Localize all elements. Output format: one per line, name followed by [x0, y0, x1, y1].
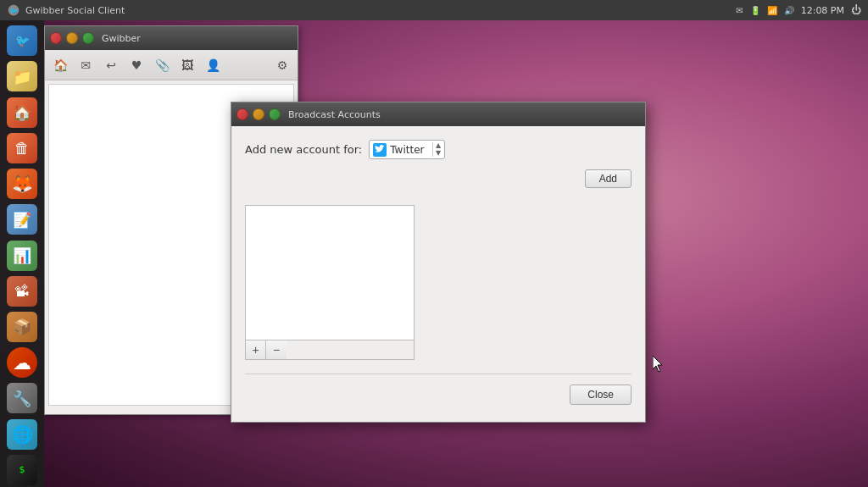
launcher-item-calc[interactable]: 📊	[3, 238, 41, 272]
dialog-separator	[245, 374, 632, 374]
settings-icon: 🔧	[7, 383, 37, 413]
dialog-title: Broadcast Accounts	[288, 109, 381, 120]
clock: 12:08 PM	[801, 5, 844, 16]
select-arrows: ▲ ▼	[432, 142, 441, 157]
home-icon: 🏠	[7, 97, 37, 128]
svg-text:🐦: 🐦	[9, 6, 19, 16]
toolbar-home[interactable]: 🏠	[48, 53, 72, 77]
firefox-icon: 🦊	[7, 169, 37, 199]
launcher-item-terminal[interactable]: $	[3, 453, 41, 487]
toolbar-messages[interactable]: ✉	[74, 53, 97, 77]
top-panel-left: 🐦 Gwibber Social Client	[7, 3, 125, 17]
volume-icon[interactable]: 🔊	[784, 6, 794, 15]
mouse-cursor	[653, 356, 665, 375]
terminal-icon: $	[7, 455, 37, 485]
add-account-row: Add new account for: Twitter ▲ ▼	[245, 140, 632, 159]
toolbar-likes[interactable]: ♥	[125, 53, 148, 77]
launcher-item-settings[interactable]: 🔧	[3, 381, 41, 415]
remove-account-list-button[interactable]: −	[266, 340, 287, 359]
launcher-item-browser[interactable]: 🌐	[3, 418, 41, 451]
power-icon[interactable]: ⏻	[851, 4, 861, 16]
dialog-footer: Close	[245, 385, 632, 408]
arrow-up: ▲	[436, 142, 441, 149]
toolbar-settings[interactable]: ⚙	[270, 53, 294, 77]
selected-service-text: Twitter	[390, 144, 424, 156]
app-title: Gwibber Social Client	[25, 5, 125, 16]
impress-icon: 📽	[7, 276, 37, 307]
launcher-item-firefox[interactable]: 🦊	[3, 167, 41, 201]
browser-icon: 🌐	[7, 419, 37, 450]
launcher-item-home[interactable]: 🏠	[3, 95, 41, 129]
gwibber-menu-icon[interactable]: 🐦	[7, 3, 20, 17]
add-account-list-button[interactable]: +	[246, 340, 266, 359]
dialog-close-button[interactable]	[236, 108, 248, 120]
files-icon: 📁	[7, 61, 37, 91]
top-panel-right: ✉ 🔋 📶 🔊 12:08 PM ⏻	[736, 4, 861, 16]
signal-icon[interactable]: 📶	[767, 6, 777, 15]
trash-icon: 🗑	[7, 133, 37, 163]
dialog-minimize-button[interactable]	[253, 108, 264, 120]
add-button[interactable]: Add	[585, 169, 632, 188]
gwibber-toolbar: 🏠 ✉ ↩ ♥ 📎 🖼 👤 ⚙	[45, 50, 298, 80]
dialog-body: Add new account for: Twitter ▲ ▼	[231, 126, 645, 422]
launcher-item-writer[interactable]: 📝	[3, 202, 41, 236]
list-controls: + −	[245, 340, 415, 360]
gwibber-window-title: Gwibber	[102, 33, 141, 44]
gwibber-minimize-button[interactable]	[66, 32, 78, 44]
svg-marker-2	[653, 356, 662, 372]
toolbar-person[interactable]: 👤	[201, 53, 225, 77]
dialog-maximize-button[interactable]	[269, 108, 281, 120]
toolbar-attach[interactable]: 📎	[150, 53, 174, 77]
mail-icon[interactable]: ✉	[736, 6, 743, 15]
dialog-titlebar: Broadcast Accounts	[231, 102, 645, 126]
twitter-select-inner: Twitter	[373, 143, 429, 157]
desktop: 🐦 Gwibber Social Client ✉ 🔋 📶 🔊 12:08 PM…	[0, 0, 868, 487]
launcher-item-impress[interactable]: 📽	[3, 274, 41, 308]
launcher-item-software[interactable]: 📦	[3, 310, 41, 344]
gwibber-titlebar: Gwibber	[45, 26, 298, 50]
launcher-item-gwibber[interactable]: 🐦	[3, 24, 41, 58]
launcher: 🐦 📁 🏠 🗑 🦊 📝 📊 📽 📦 ☁ 🔧	[0, 20, 44, 487]
top-panel: 🐦 Gwibber Social Client ✉ 🔋 📶 🔊 12:08 PM…	[0, 0, 868, 20]
calc-icon: 📊	[7, 241, 37, 271]
add-account-label: Add new account for:	[245, 143, 362, 156]
gwibber-icon: 🐦	[7, 25, 37, 56]
ubuntu-icon: ☁	[7, 347, 37, 378]
launcher-item-trash[interactable]: 🗑	[3, 131, 41, 165]
software-icon: 📦	[7, 312, 37, 342]
gwibber-close-button[interactable]	[50, 32, 62, 44]
launcher-item-files[interactable]: 📁	[3, 59, 41, 93]
battery-icon[interactable]: 🔋	[750, 6, 760, 15]
service-select[interactable]: Twitter ▲ ▼	[369, 140, 445, 159]
gwibber-maximize-button[interactable]	[82, 32, 94, 44]
twitter-bird-icon	[373, 143, 387, 157]
close-dialog-button[interactable]: Close	[570, 385, 632, 405]
launcher-item-ubuntu[interactable]: ☁	[3, 346, 41, 379]
broadcast-dialog: Broadcast Accounts Add new account for: …	[231, 102, 646, 423]
toolbar-image[interactable]: 🖼	[175, 53, 199, 77]
arrow-down: ▼	[436, 150, 441, 157]
toolbar-replies[interactable]: ↩	[99, 53, 123, 77]
writer-icon: 📝	[7, 204, 37, 235]
accounts-list	[245, 205, 415, 340]
